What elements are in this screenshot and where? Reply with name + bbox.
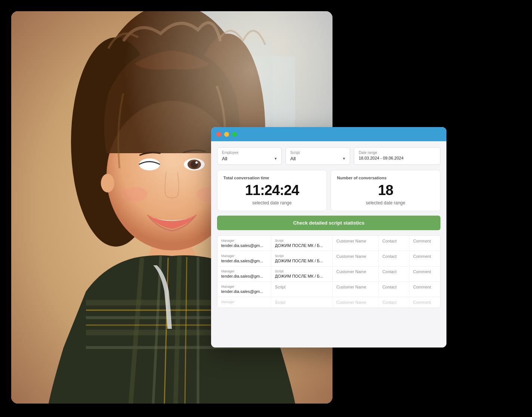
contact-cell: Contact: [379, 266, 409, 281]
manager-label-3: Manager: [221, 285, 267, 288]
total-time-sublabel: selected date range: [223, 200, 321, 206]
table-row: Manager tender.dia.sales@gm... Script ДО…: [217, 236, 440, 251]
script-cell: Script ДОЖИМ ПОСЛЕ МК / Б...: [271, 251, 332, 266]
script-cell-value-1: ДОЖИМ ПОСЛЕ МК / Б...: [275, 259, 328, 263]
num-conversations-label: Number of conversations: [337, 176, 387, 180]
customer-name-cell: Customer Name: [332, 266, 378, 281]
contact-cell: Contact: [379, 297, 409, 308]
script-cell: Script: [271, 297, 332, 308]
table-row: Manager Script Customer Name Contact Com…: [217, 297, 440, 308]
manager-label-0: Manager: [221, 239, 267, 243]
contact-header-2: Contact: [383, 269, 405, 274]
customer-name-header-0: Customer Name: [336, 239, 374, 243]
script-dropdown[interactable]: Script All ▾: [285, 147, 350, 165]
customer-name-cell: Customer Name: [332, 297, 378, 308]
comment-cell: Comment: [409, 297, 440, 308]
contact-header-3: Contact: [383, 285, 405, 289]
customer-name-header-4: Customer Name: [336, 300, 374, 305]
customer-name-cell: Customer Name: [332, 251, 378, 266]
manager-label-4: Manager: [221, 300, 267, 304]
comment-cell: Comment: [409, 266, 440, 281]
comment-cell: Comment: [409, 236, 440, 251]
conversations-table: Manager tender.dia.sales@gm... Script ДО…: [217, 235, 440, 308]
comment-header-4: Comment: [413, 300, 436, 305]
manager-cell: Manager tender.dia.sales@gm...: [217, 251, 271, 266]
employee-label: Employee: [222, 151, 277, 155]
date-range-label: Date range: [359, 151, 436, 155]
script-cell: Script ДОЖИМ ПОСЛЕ МК / Б...: [271, 266, 332, 281]
employee-value: All: [222, 156, 227, 161]
comment-header-1: Comment: [413, 254, 436, 259]
manager-label-1: Manager: [221, 254, 267, 258]
table-row: Manager tender.dia.sales@gm... Script Cu…: [217, 282, 440, 297]
manager-value-0: tender.dia.sales@gm...: [221, 243, 267, 248]
contact-header-4: Contact: [383, 300, 405, 305]
manager-cell: Manager tender.dia.sales@gm...: [217, 266, 271, 281]
traffic-light-red[interactable]: [216, 132, 221, 137]
contact-cell: Contact: [379, 282, 409, 297]
check-statistics-button[interactable]: Check detailed script statistics: [217, 216, 440, 230]
traffic-light-green[interactable]: [232, 132, 237, 137]
comment-header-3: Comment: [413, 285, 436, 289]
comment-header-0: Comment: [413, 239, 436, 243]
num-conversations-sublabel: selected date range: [337, 200, 434, 206]
contact-cell: Contact: [379, 236, 409, 251]
comment-cell: Comment: [409, 251, 440, 266]
filters-row: Employee All ▾ Script All ▾ Date range 1…: [217, 147, 440, 165]
manager-value-1: tender.dia.sales@gm...: [221, 259, 267, 263]
customer-name-cell: Customer Name: [332, 236, 378, 251]
num-conversations-card: Number of conversations 18 selected date…: [331, 170, 440, 211]
script-cell-label-1: Script: [275, 254, 328, 258]
employee-dropdown[interactable]: Employee All ▾: [217, 147, 282, 165]
manager-label-2: Manager: [221, 269, 267, 273]
date-range-dropdown[interactable]: Date range 18.03.2024 - 09.06.2024: [354, 147, 440, 165]
manager-value-3: tender.dia.sales@gm...: [221, 289, 267, 294]
script-cell-value-2: ДОЖИМ ПОСЛЕ МК / Б...: [275, 274, 328, 278]
total-time-label: Total conversation time: [223, 176, 269, 180]
manager-value-2: tender.dia.sales@gm...: [221, 274, 267, 278]
script-cell-value-0: ДОЖИМ ПОСЛЕ МК / Б...: [275, 243, 328, 248]
customer-name-header-1: Customer Name: [336, 254, 374, 259]
window-content: Employee All ▾ Script All ▾ Date range 1…: [211, 141, 446, 348]
manager-cell: Manager tender.dia.sales@gm...: [217, 236, 271, 251]
script-cell-label-2: Script: [275, 269, 328, 273]
contact-cell: Contact: [379, 251, 409, 266]
customer-name-header-3: Customer Name: [336, 285, 374, 289]
comment-header-2: Comment: [413, 269, 436, 274]
customer-name-header-2: Customer Name: [336, 269, 374, 274]
contact-header-1: Contact: [383, 254, 405, 259]
script-header-4: Script: [275, 300, 328, 305]
table-row: Manager tender.dia.sales@gm... Script ДО…: [217, 251, 440, 266]
script-label: Script: [290, 151, 345, 155]
employee-chevron-icon: ▾: [275, 156, 277, 161]
manager-cell: Manager tender.dia.sales@gm...: [217, 282, 271, 297]
script-header-3: Script: [275, 285, 328, 289]
comment-cell: Comment: [409, 282, 440, 297]
contact-header-0: Contact: [383, 239, 405, 243]
num-conversations-value: 18: [337, 183, 434, 197]
total-time-card: Total conversation time 11:24:24 selecte…: [217, 170, 327, 211]
script-value: All: [290, 156, 296, 161]
script-cell-label-0: Script: [275, 239, 328, 243]
total-time-value: 11:24:24: [223, 183, 321, 197]
customer-name-cell: Customer Name: [332, 282, 378, 297]
date-range-value: 18.03.2024 - 09.06.2024: [359, 156, 403, 160]
table-row: Manager tender.dia.sales@gm... Script ДО…: [217, 266, 440, 282]
script-cell: Script ДОЖИМ ПОСЛЕ МК / Б...: [271, 236, 332, 251]
script-cell: Script: [271, 282, 332, 297]
manager-cell: Manager: [217, 297, 271, 308]
stats-row: Total conversation time 11:24:24 selecte…: [217, 170, 440, 211]
script-chevron-icon: ▾: [343, 156, 345, 161]
titlebar: [211, 127, 446, 141]
app-window: Employee All ▾ Script All ▾ Date range 1…: [211, 127, 446, 348]
traffic-light-yellow[interactable]: [224, 132, 229, 137]
